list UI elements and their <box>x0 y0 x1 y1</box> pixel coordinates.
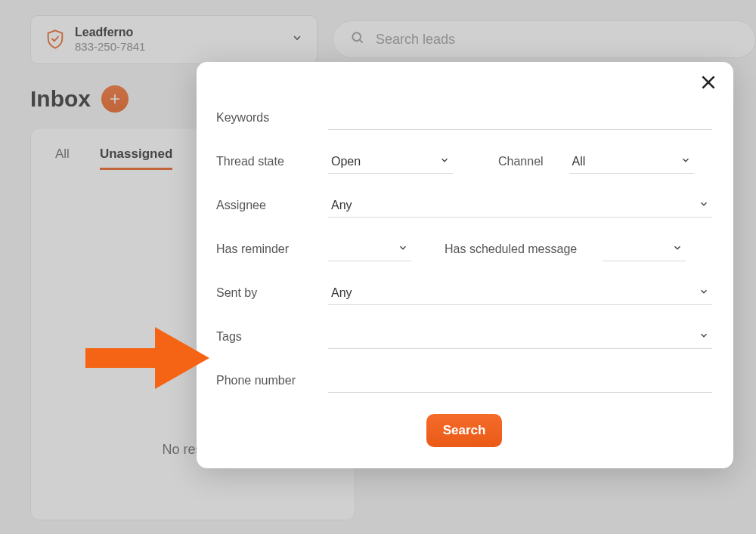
sent-by-select[interactable]: Any <box>328 281 712 305</box>
row-reminder-scheduled: Has reminder Has scheduled message <box>216 237 712 261</box>
thread-state-value: Open <box>331 155 361 168</box>
row-thread-channel: Thread state Open Channel All <box>216 150 712 174</box>
search-filter-modal: Keywords Thread state Open Channel All A… <box>197 62 733 468</box>
label-phone: Phone number <box>216 374 313 387</box>
assignee-value: Any <box>331 199 352 212</box>
tags-select[interactable] <box>328 325 712 349</box>
label-channel: Channel <box>498 155 544 168</box>
row-sent-by: Sent by Any <box>216 281 712 305</box>
label-assignee: Assignee <box>216 199 313 212</box>
row-assignee: Assignee Any <box>216 193 712 218</box>
chevron-down-icon <box>439 155 450 168</box>
thread-state-select[interactable]: Open <box>328 150 453 174</box>
has-scheduled-select[interactable] <box>603 237 686 261</box>
label-has-scheduled: Has scheduled message <box>445 242 577 256</box>
sent-by-value: Any <box>331 286 352 300</box>
row-phone: Phone number <box>216 369 712 393</box>
has-reminder-select[interactable] <box>328 237 411 261</box>
filter-form: Keywords Thread state Open Channel All A… <box>216 106 712 393</box>
label-keywords: Keywords <box>216 111 313 125</box>
chevron-down-icon <box>672 242 683 256</box>
label-has-reminder: Has reminder <box>216 242 313 256</box>
assignee-select[interactable]: Any <box>328 193 712 218</box>
row-keywords: Keywords <box>216 106 712 130</box>
label-tags: Tags <box>216 330 313 344</box>
channel-select[interactable]: All <box>569 150 694 174</box>
chevron-down-icon <box>699 199 709 212</box>
chevron-down-icon <box>398 242 408 256</box>
phone-field[interactable] <box>328 369 712 393</box>
chevron-down-icon <box>680 155 691 168</box>
row-tags: Tags <box>216 325 712 349</box>
chevron-down-icon <box>699 286 709 300</box>
close-button[interactable] <box>699 73 718 95</box>
search-button[interactable]: Search <box>426 414 503 447</box>
label-thread-state: Thread state <box>216 155 313 168</box>
keywords-field[interactable] <box>328 106 712 130</box>
label-sent-by: Sent by <box>216 286 313 300</box>
chevron-down-icon <box>699 330 709 344</box>
channel-value: All <box>572 155 586 168</box>
